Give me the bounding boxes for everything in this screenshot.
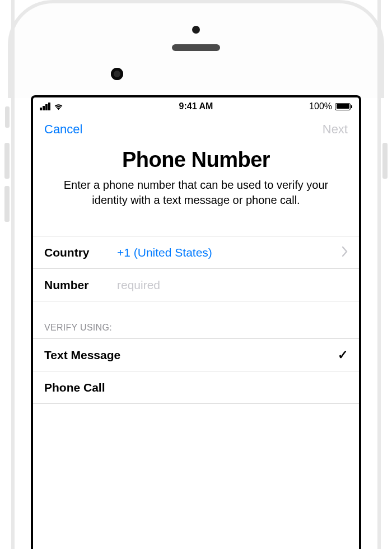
battery-percentage: 100% xyxy=(309,101,332,111)
status-right: 100% xyxy=(309,101,352,111)
wifi-icon xyxy=(53,103,64,110)
phone-number-input[interactable] xyxy=(117,278,348,292)
cancel-button[interactable]: Cancel xyxy=(44,122,82,137)
page-subtitle: Enter a phone number that can be used to… xyxy=(33,178,359,208)
page-title: Phone Number xyxy=(33,148,359,172)
phone-volume-up xyxy=(4,143,10,179)
country-value: +1 (United States) xyxy=(117,246,342,259)
verify-option-text-message[interactable]: Text Message ✓ xyxy=(33,339,359,371)
verify-option-label: Text Message xyxy=(44,348,120,362)
chevron-right-icon xyxy=(342,246,348,259)
phone-power-button xyxy=(382,143,388,179)
country-row[interactable]: Country +1 (United States) xyxy=(33,236,359,269)
verify-option-phone-call[interactable]: Phone Call xyxy=(33,371,359,404)
checkmark-icon: ✓ xyxy=(338,348,348,362)
verify-option-label: Phone Call xyxy=(44,381,105,394)
phone-mute-switch xyxy=(5,106,10,128)
content: Phone Number Enter a phone number that c… xyxy=(33,143,359,404)
status-bar: 9:41 AM 100% xyxy=(33,97,359,115)
phone-volume-down xyxy=(4,186,10,222)
country-label: Country xyxy=(44,246,117,259)
number-row[interactable]: Number xyxy=(33,269,359,301)
nav-bar: Cancel Next xyxy=(33,115,359,143)
phone-form-group: Country +1 (United States) Number xyxy=(33,236,359,301)
verify-section-header: VERIFY USING: xyxy=(33,301,359,338)
cellular-signal-icon xyxy=(40,103,50,110)
number-label: Number xyxy=(44,278,117,292)
status-time: 9:41 AM xyxy=(179,101,213,111)
phone-screen: 9:41 AM 100% Cancel Next Phone Number En… xyxy=(31,95,361,549)
battery-icon xyxy=(335,103,352,110)
verify-options-group: Text Message ✓ Phone Call xyxy=(33,338,359,404)
status-left xyxy=(40,103,64,110)
next-button[interactable]: Next xyxy=(323,122,348,137)
